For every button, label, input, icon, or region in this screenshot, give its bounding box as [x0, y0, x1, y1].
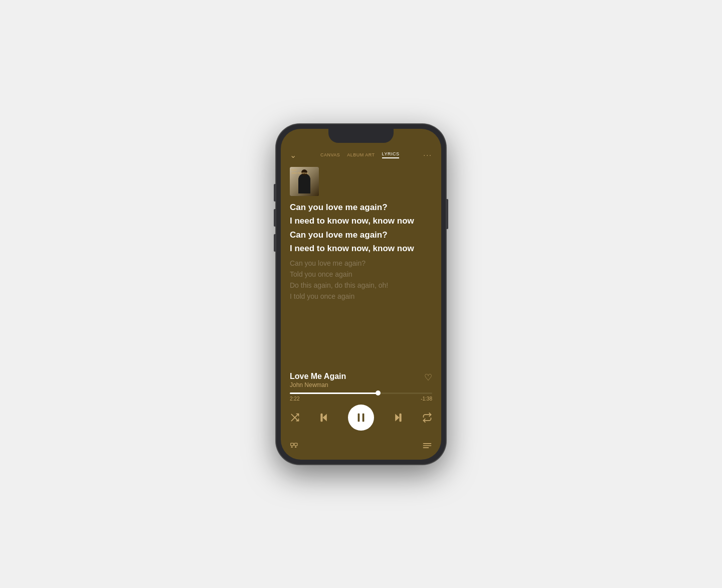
svg-rect-6 [291, 443, 294, 446]
lyric-active-1: Can you love me again? [290, 201, 432, 214]
progress-container[interactable]: 2:22 -1:38 [290, 393, 432, 402]
tab-canvas[interactable]: CANVAS [320, 152, 340, 157]
shuffle-button[interactable] [290, 413, 300, 423]
screen-content: ⌄ CANVAS ALBUM ART LYRICS ··· CecI John … [281, 129, 441, 460]
repeat-icon [422, 413, 432, 423]
progress-times: 2:22 -1:38 [290, 396, 432, 402]
album-art-image: CecI John Newman [290, 167, 319, 196]
svg-rect-7 [294, 443, 297, 446]
phone-frame: ⌄ CANVAS ALBUM ART LYRICS ··· CecI John … [276, 124, 446, 465]
lyric-active-4: I need to know now, know now [290, 242, 432, 255]
top-nav: ⌄ CANVAS ALBUM ART LYRICS ··· [281, 146, 441, 163]
song-artist: John Newman [290, 381, 346, 388]
svg-rect-3 [363, 413, 365, 422]
tab-album-art[interactable]: ALBUM ART [347, 152, 375, 157]
svg-rect-5 [400, 414, 401, 421]
album-figure [298, 173, 310, 193]
current-time: 2:22 [290, 396, 299, 402]
next-button[interactable] [393, 413, 403, 423]
svg-marker-4 [395, 414, 399, 421]
prev-icon [319, 413, 329, 423]
album-overlay-text: CecI John Newman [291, 168, 308, 174]
song-title: Love Me Again [290, 372, 346, 381]
progress-bar[interactable] [290, 393, 432, 394]
connect-icon [290, 441, 300, 451]
lyric-dimmed-3: Do this again, do this again, oh! [290, 280, 432, 291]
lyric-dimmed-1: Can you love me again? [290, 258, 432, 269]
tab-lyrics[interactable]: LYRICS [382, 151, 400, 158]
play-pause-button[interactable] [348, 405, 374, 431]
queue-button[interactable] [422, 441, 432, 453]
progress-fill [290, 393, 378, 394]
playback-controls [290, 405, 432, 431]
svg-rect-1 [321, 414, 322, 421]
like-button[interactable]: ♡ [424, 372, 432, 383]
player-section: Love Me Again John Newman ♡ 2:22 -1:38 [281, 368, 441, 439]
song-text: Love Me Again John Newman [290, 372, 346, 388]
next-icon [393, 413, 403, 423]
remaining-time: -1:38 [421, 396, 432, 402]
song-info: Love Me Again John Newman ♡ [290, 372, 432, 388]
lyrics-container: Can you love me again? I need to know no… [281, 201, 441, 368]
prev-button[interactable] [319, 413, 329, 423]
bottom-bar [281, 439, 441, 460]
lyric-active-2: I need to know now, know now [290, 215, 432, 228]
queue-icon [422, 441, 432, 451]
lyric-dimmed-4: I told you once again [290, 291, 432, 302]
shuffle-icon [290, 413, 300, 423]
lyric-active-3: Can you love me again? [290, 229, 432, 242]
pause-icon [355, 412, 367, 423]
lyric-dimmed-2: Told you once again [290, 269, 432, 280]
view-tabs: CANVAS ALBUM ART LYRICS [320, 151, 400, 158]
svg-rect-2 [358, 413, 360, 422]
svg-marker-0 [323, 414, 327, 421]
repeat-button[interactable] [422, 413, 432, 423]
notch [328, 129, 394, 143]
phone-screen: ⌄ CANVAS ALBUM ART LYRICS ··· CecI John … [281, 129, 441, 460]
progress-thumb [376, 390, 381, 396]
album-art-thumbnail: CecI John Newman [290, 167, 319, 196]
more-options-icon[interactable]: ··· [423, 151, 432, 159]
back-chevron-icon[interactable]: ⌄ [290, 150, 296, 160]
connect-devices-button[interactable] [290, 441, 300, 453]
